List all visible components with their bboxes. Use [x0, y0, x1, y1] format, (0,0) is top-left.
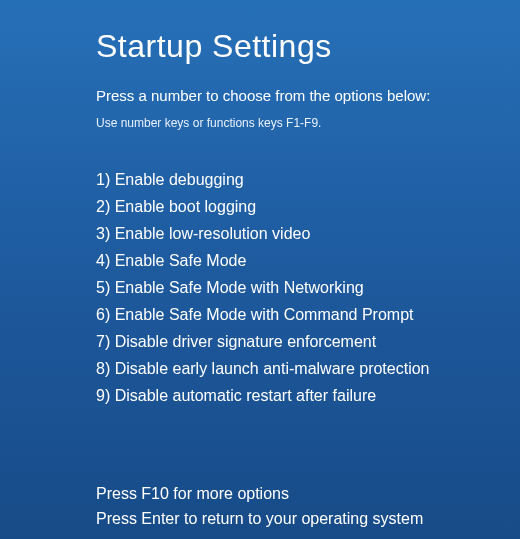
option-2-enable-boot-logging[interactable]: 2) Enable boot logging — [96, 193, 520, 220]
option-8-disable-early-launch-anti-malware[interactable]: 8) Disable early launch anti-malware pro… — [96, 355, 520, 382]
startup-settings-screen: Startup Settings Press a number to choos… — [0, 0, 520, 531]
return-hint: Press Enter to return to your operating … — [96, 506, 520, 531]
option-6-enable-safe-mode-command-prompt[interactable]: 6) Enable Safe Mode with Command Prompt — [96, 301, 520, 328]
option-3-enable-low-resolution-video[interactable]: 3) Enable low-resolution video — [96, 220, 520, 247]
hint-text: Use number keys or functions keys F1-F9. — [96, 116, 520, 130]
option-5-enable-safe-mode-networking[interactable]: 5) Enable Safe Mode with Networking — [96, 274, 520, 301]
option-1-enable-debugging[interactable]: 1) Enable debugging — [96, 166, 520, 193]
options-list: 1) Enable debugging 2) Enable boot loggi… — [96, 166, 520, 409]
option-4-enable-safe-mode[interactable]: 4) Enable Safe Mode — [96, 247, 520, 274]
more-options-hint: Press F10 for more options — [96, 481, 520, 506]
option-9-disable-automatic-restart[interactable]: 9) Disable automatic restart after failu… — [96, 382, 520, 409]
option-7-disable-driver-signature-enforcement[interactable]: 7) Disable driver signature enforcement — [96, 328, 520, 355]
instruction-text: Press a number to choose from the option… — [96, 87, 520, 104]
page-title: Startup Settings — [96, 28, 520, 65]
